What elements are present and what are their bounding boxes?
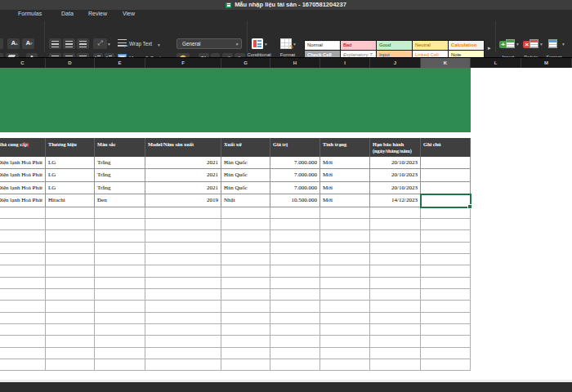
empty-cell[interactable]: [421, 265, 471, 277]
cell-r3-c9[interactable]: [421, 182, 471, 194]
cell-style-bad[interactable]: Bad: [341, 41, 376, 50]
cell-style-good[interactable]: Good: [377, 41, 412, 50]
cell-r1-c5[interactable]: Hàn Quốc: [221, 157, 270, 169]
empty-cell[interactable]: [421, 243, 471, 254]
empty-cell[interactable]: [46, 313, 95, 324]
empty-cell[interactable]: [221, 265, 270, 277]
empty-cell[interactable]: [0, 359, 46, 371]
format-caret-icon[interactable]: ▾: [562, 42, 565, 47]
empty-cell[interactable]: [46, 265, 95, 277]
delete-cells-button[interactable]: ×: [523, 38, 539, 50]
font-dropdown-fragment[interactable]: [0, 38, 3, 49]
empty-cell[interactable]: [46, 219, 95, 230]
align-bottom-button[interactable]: [77, 38, 89, 49]
decrease-font-size-button[interactable]: A▼: [22, 38, 34, 49]
align-top-button[interactable]: [49, 38, 61, 49]
empty-cell[interactable]: [421, 254, 471, 265]
empty-cell[interactable]: [221, 336, 270, 347]
empty-cell[interactable]: [320, 219, 370, 230]
column-header-I[interactable]: I: [320, 58, 370, 68]
empty-cell[interactable]: [145, 278, 221, 289]
empty-cell[interactable]: [145, 301, 221, 312]
column-header-D[interactable]: D: [46, 58, 95, 68]
empty-cell[interactable]: [0, 230, 46, 242]
empty-cell[interactable]: [46, 278, 95, 289]
empty-cell[interactable]: [95, 254, 145, 265]
empty-cell[interactable]: [421, 359, 471, 371]
empty-cell[interactable]: [46, 289, 95, 301]
wrap-text-caret-icon[interactable]: ▾: [158, 42, 160, 47]
empty-cell[interactable]: [370, 336, 421, 347]
cell-r1-c6[interactable]: 7.000.000: [270, 157, 320, 169]
empty-cell[interactable]: [320, 313, 370, 324]
cell-r3-c8[interactable]: 20/10/2023: [370, 182, 421, 194]
empty-cell[interactable]: [145, 359, 221, 371]
empty-cell[interactable]: [320, 265, 370, 277]
column-header-G[interactable]: G: [221, 58, 270, 68]
empty-cell[interactable]: [46, 301, 95, 312]
empty-cell[interactable]: [320, 336, 370, 347]
empty-cell[interactable]: [270, 265, 320, 277]
empty-cell[interactable]: [320, 289, 370, 301]
cell-r1-c3[interactable]: Trắng: [95, 157, 145, 169]
cell-r1-c8[interactable]: 20/10/2023: [370, 157, 421, 169]
empty-cell[interactable]: [0, 313, 46, 324]
column-header-L[interactable]: L: [471, 58, 521, 68]
column-header-F[interactable]: F: [145, 58, 221, 68]
empty-cell[interactable]: [145, 289, 221, 301]
empty-cell[interactable]: [370, 359, 421, 371]
column-header-H[interactable]: H: [270, 58, 320, 68]
empty-cell[interactable]: [0, 324, 46, 336]
empty-cell[interactable]: [270, 243, 320, 254]
cell-r3-c1[interactable]: Điện lạnh Hoà Phát: [0, 182, 46, 194]
empty-cell[interactable]: [320, 230, 370, 242]
empty-cell[interactable]: [270, 359, 320, 371]
empty-cell[interactable]: [95, 301, 145, 312]
empty-cell[interactable]: [221, 301, 270, 312]
column-header-E[interactable]: E: [95, 58, 145, 68]
empty-cell[interactable]: [221, 254, 270, 265]
empty-cell[interactable]: [145, 313, 221, 324]
empty-cell[interactable]: [46, 324, 95, 336]
empty-cell[interactable]: [270, 230, 320, 242]
empty-cell[interactable]: [370, 243, 421, 254]
cell-r4-c3[interactable]: Đen: [95, 194, 145, 207]
cell-r3-c2[interactable]: LG: [46, 182, 95, 194]
empty-cell[interactable]: [95, 313, 145, 324]
cell-r4-c9[interactable]: [421, 194, 471, 207]
format-cells-button[interactable]: [546, 38, 562, 50]
insert-caret-icon[interactable]: ▾: [516, 42, 519, 47]
empty-cell[interactable]: [370, 324, 421, 336]
empty-cell[interactable]: [145, 336, 221, 347]
empty-cell[interactable]: [95, 278, 145, 289]
cell-r2-c8[interactable]: 20/10/2023: [370, 169, 421, 181]
empty-cell[interactable]: [320, 207, 370, 219]
empty-cell[interactable]: [421, 313, 471, 324]
empty-cell[interactable]: [370, 289, 421, 301]
cell-r3-c6[interactable]: 7.000.000: [270, 182, 320, 194]
gallery-scroll-arrow-icon[interactable]: ▸: [488, 45, 491, 51]
column-header-M[interactable]: M: [521, 58, 572, 68]
insert-cells-button[interactable]: +: [499, 38, 516, 50]
number-format-select[interactable]: General ▾: [177, 38, 242, 49]
empty-cell[interactable]: [370, 254, 421, 265]
empty-cell[interactable]: [221, 243, 270, 254]
orientation-caret-icon[interactable]: ▾: [108, 42, 110, 47]
empty-cell[interactable]: [270, 207, 320, 219]
empty-cell[interactable]: [145, 230, 221, 242]
empty-cell[interactable]: [46, 254, 95, 265]
text-orientation-button[interactable]: ⤢: [93, 38, 107, 49]
cell-r1-c4[interactable]: 2021: [145, 157, 221, 169]
empty-cell[interactable]: [145, 254, 221, 265]
empty-cell[interactable]: [145, 265, 221, 277]
cell-r2-c2[interactable]: LG: [46, 169, 95, 181]
empty-cell[interactable]: [95, 289, 145, 301]
empty-cell[interactable]: [0, 207, 46, 219]
empty-cell[interactable]: [370, 348, 421, 359]
empty-cell[interactable]: [320, 301, 370, 312]
empty-cell[interactable]: [421, 324, 471, 336]
empty-cell[interactable]: [145, 219, 221, 230]
cell-r2-c7[interactable]: Mới: [320, 169, 370, 181]
empty-cell[interactable]: [0, 336, 46, 347]
cell-r2-c9[interactable]: [421, 169, 471, 181]
